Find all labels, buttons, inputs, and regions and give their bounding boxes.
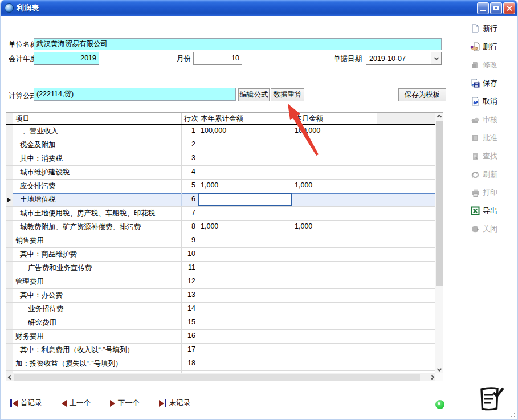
recalculate-button[interactable]: 数据重算 — [271, 88, 304, 101]
cell-ytd[interactable] — [198, 330, 292, 343]
cell-extra[interactable] — [377, 316, 436, 329]
cell-ytd[interactable] — [198, 303, 292, 316]
cell-item[interactable]: 其中：商品维护费 — [13, 248, 182, 261]
cell-item[interactable]: 加：投资收益（损失以“-”号填列） — [13, 357, 182, 370]
cell-line[interactable]: 7 — [182, 207, 198, 220]
cell-extra[interactable] — [377, 344, 436, 357]
minimize-button[interactable] — [477, 2, 489, 14]
cell-month[interactable] — [292, 357, 377, 370]
cell-line[interactable]: 8 — [182, 221, 198, 234]
maximize-button[interactable] — [490, 2, 502, 14]
cell-ytd[interactable] — [198, 289, 292, 302]
cell-item[interactable]: 城市土地使用税、房产税、车船税、印花税 — [13, 207, 182, 220]
table-row[interactable]: 业务招待费 14 — [6, 303, 436, 316]
cell-extra[interactable] — [377, 138, 436, 152]
cell-extra[interactable] — [377, 221, 436, 234]
cell-ytd[interactable]: 1,000 — [198, 180, 292, 193]
table-row[interactable]: 其中：办公费 13 — [6, 289, 436, 303]
table-row[interactable]: 一、营业收入 1 100,000 100,000 — [6, 125, 436, 138]
table-row[interactable]: 城市土地使用税、房产税、车船税、印花税 7 — [6, 207, 436, 221]
cell-item[interactable]: 研究费用 — [13, 316, 182, 329]
row-marker[interactable] — [6, 330, 13, 343]
doc-date-dropdown-button[interactable] — [431, 52, 441, 64]
cell-extra[interactable] — [377, 234, 436, 247]
cell-extra[interactable] — [377, 207, 436, 220]
cell-line[interactable]: 5 — [182, 180, 198, 193]
cell-ytd[interactable] — [198, 138, 292, 152]
row-marker[interactable] — [6, 303, 13, 316]
cell-line[interactable]: 1 — [182, 125, 198, 138]
row-marker[interactable] — [6, 221, 13, 234]
vertical-scrollbar[interactable] — [435, 113, 443, 374]
table-row[interactable]: 销售费用 9 — [6, 234, 436, 248]
row-marker[interactable] — [6, 357, 13, 370]
row-marker[interactable] — [6, 316, 13, 329]
cell-extra[interactable] — [377, 125, 436, 138]
cell-extra[interactable] — [377, 357, 436, 370]
cell-month[interactable]: 1,000 — [292, 221, 377, 234]
table-row[interactable]: 其中：消费税 3 — [6, 152, 436, 166]
horizontal-scroll-thumb[interactable] — [14, 374, 420, 381]
fiscal-year-field[interactable]: 2019 — [34, 52, 99, 65]
row-marker[interactable] — [6, 234, 13, 247]
cell-ytd[interactable] — [198, 234, 292, 247]
table-row[interactable]: 广告费和业务宣传费 11 — [6, 262, 436, 275]
cell-month[interactable] — [292, 289, 377, 302]
cell-line[interactable]: 9 — [182, 234, 198, 247]
cell-month[interactable] — [292, 166, 377, 179]
cell-month[interactable] — [292, 207, 377, 220]
cell-extra[interactable] — [377, 289, 436, 302]
cell-item[interactable]: 城市维护建设税 — [13, 166, 182, 179]
cell-line[interactable]: 17 — [182, 344, 198, 357]
cell-extra[interactable] — [377, 248, 436, 261]
row-marker[interactable] — [6, 207, 13, 220]
cell-extra[interactable] — [377, 262, 436, 275]
row-marker[interactable] — [6, 152, 13, 165]
row-marker[interactable] — [6, 275, 13, 288]
company-field[interactable]: 武汉黄海贸易有限公司 — [34, 38, 442, 50]
cell-line[interactable]: 3 — [182, 152, 198, 165]
cell-line[interactable]: 10 — [182, 248, 198, 261]
cell-extra[interactable] — [377, 193, 436, 206]
cell-ytd[interactable] — [198, 248, 292, 261]
cell-ytd[interactable]: 100,000 — [198, 125, 292, 138]
resize-grip[interactable] — [511, 413, 515, 417]
cell-month[interactable] — [292, 138, 377, 152]
cell-extra[interactable] — [377, 152, 436, 165]
cell-item[interactable]: 管理费用 — [13, 275, 182, 288]
sidebar-button-export[interactable]: 导出 — [470, 202, 514, 220]
row-marker[interactable] — [6, 138, 13, 152]
cell-ytd[interactable] — [198, 207, 292, 220]
cell-item[interactable]: 应交排污费 — [13, 180, 182, 193]
doc-date-combo[interactable]: 2019-10-07 — [366, 52, 442, 65]
cell-line[interactable]: 13 — [182, 289, 198, 302]
cell-month[interactable]: 1,000 — [292, 180, 377, 193]
last-record-button[interactable]: 末记录 — [159, 398, 191, 408]
cell-ytd[interactable] — [198, 344, 292, 357]
edit-formula-button[interactable]: 编辑公式 — [238, 88, 270, 101]
cell-item[interactable]: 城教费附加、矿产资源补偿费、排污费 — [13, 221, 182, 234]
cell-extra[interactable] — [377, 275, 436, 288]
cell-line[interactable]: 14 — [182, 303, 198, 316]
cell-extra[interactable] — [377, 180, 436, 193]
cell-item[interactable]: 广告费和业务宣传费 — [13, 262, 182, 275]
cell-ytd[interactable] — [198, 193, 292, 206]
cell-line[interactable]: 18 — [182, 357, 198, 370]
sidebar-button-delete-row[interactable]: 删行 — [470, 38, 514, 56]
cell-item[interactable]: 业务招待费 — [13, 303, 182, 316]
table-row[interactable]: 应交排污费 5 1,000 1,000 — [6, 180, 436, 193]
cell-month[interactable] — [292, 248, 377, 261]
row-marker[interactable] — [6, 166, 13, 179]
table-row[interactable]: 税金及附加 2 — [6, 138, 436, 152]
row-marker[interactable] — [6, 125, 13, 138]
cell-month[interactable] — [292, 193, 377, 206]
cell-month[interactable] — [292, 262, 377, 275]
cell-month[interactable] — [292, 234, 377, 247]
cell-month[interactable] — [292, 344, 377, 357]
month-field[interactable]: 10 — [193, 52, 242, 65]
cell-month[interactable] — [292, 316, 377, 329]
cell-line[interactable]: 12 — [182, 275, 198, 288]
row-marker[interactable] — [6, 289, 13, 302]
cell-line[interactable]: 16 — [182, 330, 198, 343]
cell-extra[interactable] — [377, 303, 436, 316]
